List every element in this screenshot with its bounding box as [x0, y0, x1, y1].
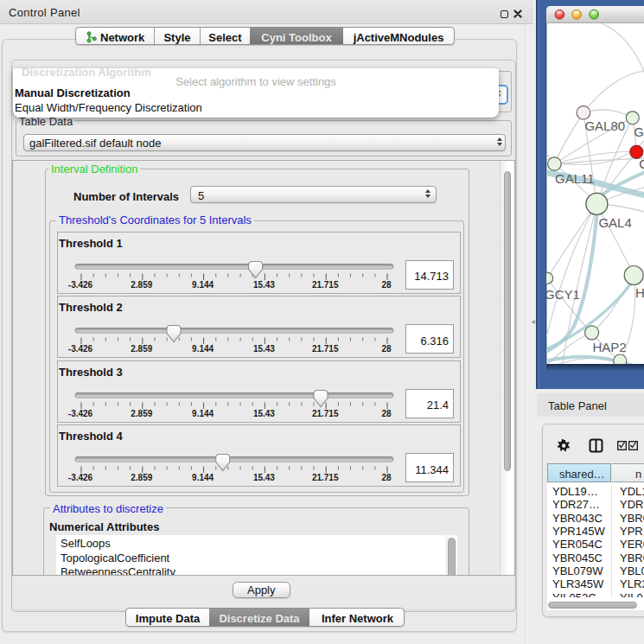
svg-text:21.715: 21.715 [312, 279, 339, 289]
svg-text:28: 28 [381, 408, 392, 418]
svg-text:15.43: 15.43 [253, 344, 275, 354]
svg-text:2.859: 2.859 [131, 344, 152, 354]
svg-text:GAL80: GAL80 [584, 118, 625, 133]
svg-text:GA: GA [634, 124, 644, 139]
svg-text:28: 28 [381, 279, 392, 289]
svg-text:9.144: 9.144 [192, 279, 214, 289]
svg-text:15.43: 15.43 [253, 279, 275, 289]
svg-text:HAP2: HAP2 [592, 340, 626, 354]
svg-text:2.859: 2.859 [131, 408, 152, 418]
svg-text:GAL11: GAL11 [555, 171, 595, 186]
svg-text:15.43: 15.43 [253, 473, 275, 482]
svg-text:15.43: 15.43 [253, 408, 275, 418]
svg-text:C: C [639, 156, 644, 171]
svg-text:21.715: 21.715 [312, 344, 339, 354]
svg-text:-3.426: -3.426 [68, 408, 93, 418]
svg-text:-3.426: -3.426 [68, 344, 93, 354]
svg-text:-3.426: -3.426 [68, 279, 93, 289]
svg-text:-3.426: -3.426 [68, 473, 93, 482]
svg-text:HA: HA [635, 285, 644, 300]
svg-text:9.144: 9.144 [192, 473, 214, 482]
svg-text:GAL4: GAL4 [598, 215, 631, 230]
svg-text:2.859: 2.859 [131, 279, 152, 289]
svg-text:28: 28 [381, 473, 392, 482]
svg-text:21.715: 21.715 [312, 473, 339, 482]
svg-text:2.859: 2.859 [131, 473, 152, 482]
svg-text:28: 28 [381, 344, 392, 354]
svg-text:9.144: 9.144 [192, 344, 214, 354]
svg-text:9.144: 9.144 [192, 408, 214, 418]
svg-text:GCY1: GCY1 [545, 287, 580, 302]
svg-text:21.715: 21.715 [312, 408, 339, 418]
